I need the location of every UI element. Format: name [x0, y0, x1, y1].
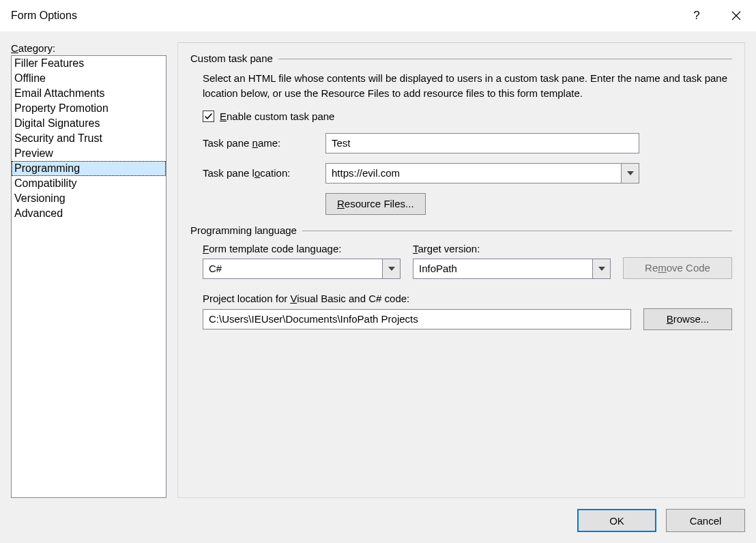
project-location-input[interactable] — [203, 309, 631, 329]
task-pane-location-combo[interactable] — [325, 163, 639, 184]
task-pane-name-label: Task pane name: — [203, 137, 325, 149]
options-panel: Custom task pane Select an HTML file who… — [177, 42, 745, 498]
category-item[interactable]: Advanced — [12, 206, 166, 221]
category-listbox[interactable]: Filler FeaturesOfflineEmail AttachmentsP… — [11, 55, 166, 498]
target-version-combo[interactable] — [413, 259, 611, 279]
chevron-down-icon[interactable] — [592, 259, 610, 278]
custom-pane-description: Select an HTML file whose contents will … — [203, 71, 732, 101]
cancel-button[interactable]: Cancel — [666, 509, 745, 532]
enable-custom-pane-label: Enable custom task pane — [220, 111, 334, 122]
category-item[interactable]: Filler Features — [12, 56, 166, 71]
category-item[interactable]: Programming — [12, 161, 166, 176]
category-item[interactable]: Email Attachments — [12, 86, 166, 101]
task-pane-name-input[interactable] — [325, 133, 639, 153]
category-item[interactable]: Preview — [12, 146, 166, 161]
code-language-input[interactable] — [203, 259, 382, 278]
remove-code-button: Remove Code — [623, 257, 732, 279]
category-item[interactable]: Versioning — [12, 191, 166, 206]
task-pane-location-label: Task pane location: — [203, 167, 325, 179]
titlebar: Form Options ? — [0, 0, 756, 31]
target-version-label: Target version: — [413, 243, 611, 254]
category-label: Category: — [11, 42, 166, 54]
help-button[interactable]: ? — [677, 0, 716, 31]
task-pane-location-input[interactable] — [326, 164, 621, 183]
category-item[interactable]: Security and Trust — [12, 131, 166, 146]
enable-custom-pane-checkbox[interactable]: Enable custom task pane — [203, 111, 732, 122]
checkbox-icon — [203, 111, 214, 122]
code-language-label: Form template code language: — [203, 243, 401, 254]
group-title-custom-task-pane: Custom task pane — [190, 53, 273, 64]
category-item[interactable]: Compatibility — [12, 176, 166, 191]
close-icon — [731, 11, 741, 20]
dialog-body: Category: Filler FeaturesOfflineEmail At… — [0, 31, 756, 543]
dialog-footer: OK Cancel — [11, 498, 745, 532]
target-version-input[interactable] — [413, 259, 592, 278]
ok-button[interactable]: OK — [577, 509, 656, 532]
category-item[interactable]: Digital Signatures — [12, 116, 166, 131]
group-title-programming-language: Programming language — [190, 224, 297, 236]
group-programming-language: Programming language — [190, 224, 732, 236]
code-language-combo[interactable] — [203, 259, 401, 279]
browse-button[interactable]: Browse... — [643, 308, 732, 330]
category-column: Category: Filler FeaturesOfflineEmail At… — [11, 42, 166, 498]
group-custom-task-pane: Custom task pane — [190, 53, 732, 64]
chevron-down-icon[interactable] — [382, 259, 400, 278]
window-title: Form Options — [11, 10, 77, 22]
resource-files-button[interactable]: Resource Files... — [325, 193, 426, 215]
chevron-down-icon[interactable] — [621, 164, 639, 183]
category-item[interactable]: Property Promotion — [12, 101, 166, 116]
close-button[interactable] — [716, 0, 756, 31]
category-item[interactable]: Offline — [12, 71, 166, 86]
project-location-label: Project location for Visual Basic and C#… — [203, 293, 732, 304]
